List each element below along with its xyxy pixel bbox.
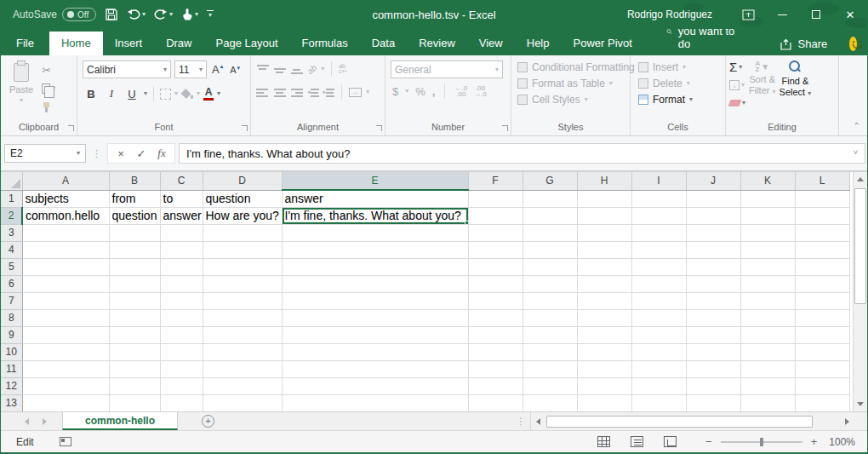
page-layout-view-button[interactable] — [631, 436, 643, 447]
cell-F5[interactable] — [468, 258, 523, 275]
ribbon-tab-view[interactable]: View — [467, 32, 515, 55]
cell-K1[interactable] — [740, 190, 795, 207]
cell-E11[interactable] — [282, 360, 468, 377]
autosum-button[interactable]: Σ ▾ — [729, 60, 745, 74]
cell-G3[interactable] — [523, 224, 577, 241]
cell-E7[interactable] — [282, 292, 468, 309]
cell-L11[interactable] — [795, 360, 849, 377]
customize-qat-button[interactable]: ▾ — [207, 10, 214, 19]
cell-C8[interactable] — [160, 309, 203, 326]
cell-H9[interactable] — [577, 326, 631, 343]
cell-H12[interactable] — [577, 377, 631, 394]
cell-H5[interactable] — [577, 258, 631, 275]
merge-center-caret[interactable]: ▾ — [366, 89, 369, 95]
cell-L5[interactable] — [795, 258, 849, 275]
signed-in-user[interactable]: Rodrigo Rodriguez — [627, 9, 712, 20]
cell-C7[interactable] — [160, 292, 203, 309]
expand-formula-bar-chevron[interactable]: ˅ — [854, 148, 858, 157]
align-top-button[interactable] — [256, 65, 269, 74]
cell-H13[interactable] — [577, 394, 631, 411]
underline-caret[interactable]: ▾ — [144, 90, 147, 97]
cell-I13[interactable] — [631, 394, 686, 411]
cell-K5[interactable] — [740, 258, 795, 275]
vertical-scrollbar[interactable] — [853, 172, 867, 411]
cell-E3[interactable] — [282, 224, 468, 241]
cell-A6[interactable] — [22, 275, 109, 292]
cell-A4[interactable] — [22, 241, 109, 258]
vertical-scrollbar-thumb[interactable] — [854, 188, 866, 304]
zoom-out-button[interactable]: − — [705, 436, 712, 447]
ribbon-tab-home[interactable]: Home — [49, 32, 103, 55]
cell-C3[interactable] — [160, 224, 203, 241]
cell-B7[interactable] — [109, 292, 160, 309]
underline-button[interactable]: U — [123, 85, 140, 102]
cell-G4[interactable] — [523, 241, 577, 258]
autosave-toggle[interactable]: AutoSave Off — [13, 8, 96, 21]
cell-F3[interactable] — [468, 224, 523, 241]
cell-E8[interactable] — [282, 309, 468, 326]
row-header-8[interactable]: 8 — [1, 309, 22, 326]
cell-B4[interactable] — [109, 241, 160, 258]
cancel-button[interactable]: × — [111, 145, 130, 162]
cell-G9[interactable] — [523, 326, 577, 343]
cell-J8[interactable] — [686, 309, 740, 326]
column-header-B[interactable]: B — [109, 172, 160, 190]
cell-K3[interactable] — [740, 224, 795, 241]
font-name-combo[interactable]: Calibri ▾ — [83, 60, 171, 78]
cell-A12[interactable] — [22, 377, 109, 394]
column-header-K[interactable]: K — [740, 172, 795, 190]
paste-button[interactable]: Paste ▾ — [6, 60, 37, 114]
touch-mouse-mode-button[interactable]: ▾ — [181, 8, 198, 21]
cell-C2[interactable]: answer — [160, 207, 203, 224]
clear-button[interactable]: ▾ — [729, 95, 745, 110]
scroll-right-button[interactable] — [840, 412, 854, 430]
increase-decimal-button[interactable]: ←.0 .00 — [454, 85, 467, 97]
number-format-combo[interactable]: General ▾ — [391, 60, 503, 78]
cell-K4[interactable] — [740, 241, 795, 258]
enter-button[interactable]: ✓ — [132, 145, 151, 162]
cell-E4[interactable] — [282, 241, 468, 258]
cell-E13[interactable] — [282, 394, 468, 411]
ribbon-display-options-button[interactable] — [731, 0, 765, 29]
maximize-button[interactable] — [799, 0, 833, 29]
cell-L6[interactable] — [795, 275, 849, 292]
ribbon-tab-draw[interactable]: Draw — [154, 32, 203, 55]
decrease-decimal-button[interactable]: .00 →.0 — [474, 85, 487, 97]
cell-G5[interactable] — [523, 258, 577, 275]
format-as-table-button[interactable]: Format as Table ▾ — [511, 75, 630, 91]
row-header-9[interactable]: 9 — [1, 326, 22, 343]
font-dialog-launcher[interactable] — [242, 125, 248, 131]
comma-style-button[interactable]: , — [432, 85, 436, 98]
cell-G10[interactable] — [523, 343, 577, 360]
cell-A10[interactable] — [22, 343, 109, 360]
cell-H1[interactable] — [577, 190, 631, 207]
cell-I4[interactable] — [631, 241, 686, 258]
cell-L7[interactable] — [795, 292, 849, 309]
normal-view-button[interactable] — [597, 436, 610, 447]
share-button[interactable]: Share — [779, 37, 828, 50]
cell-I7[interactable] — [631, 292, 686, 309]
cell-E10[interactable] — [282, 343, 468, 360]
cell-A11[interactable] — [22, 360, 109, 377]
cell-B1[interactable]: from — [109, 190, 160, 207]
cell-C4[interactable] — [160, 241, 203, 258]
accounting-caret[interactable]: ▾ — [405, 88, 408, 95]
cell-I8[interactable] — [631, 309, 686, 326]
cell-I10[interactable] — [631, 343, 686, 360]
select-all-corner[interactable] — [1, 172, 22, 190]
orientation-button[interactable]: ab — [306, 62, 319, 76]
scroll-up-button[interactable] — [854, 172, 867, 187]
italic-button[interactable]: I — [103, 85, 120, 102]
scroll-down-button[interactable] — [854, 397, 867, 411]
cell-B2[interactable]: question — [109, 207, 160, 224]
cell-H7[interactable] — [577, 292, 631, 309]
macro-recording-icon[interactable] — [60, 437, 71, 446]
cell-L2[interactable] — [795, 207, 849, 224]
bold-button[interactable]: B — [83, 85, 100, 102]
cell-I11[interactable] — [631, 360, 686, 377]
tab-scrollbar-splitter[interactable]: ⋮ — [511, 412, 530, 430]
horizontal-scrollbar[interactable] — [530, 412, 854, 430]
sheet-tab-common-hello[interactable]: common-hello — [62, 412, 178, 430]
cell-F2[interactable] — [468, 207, 523, 224]
save-button[interactable] — [105, 8, 118, 21]
